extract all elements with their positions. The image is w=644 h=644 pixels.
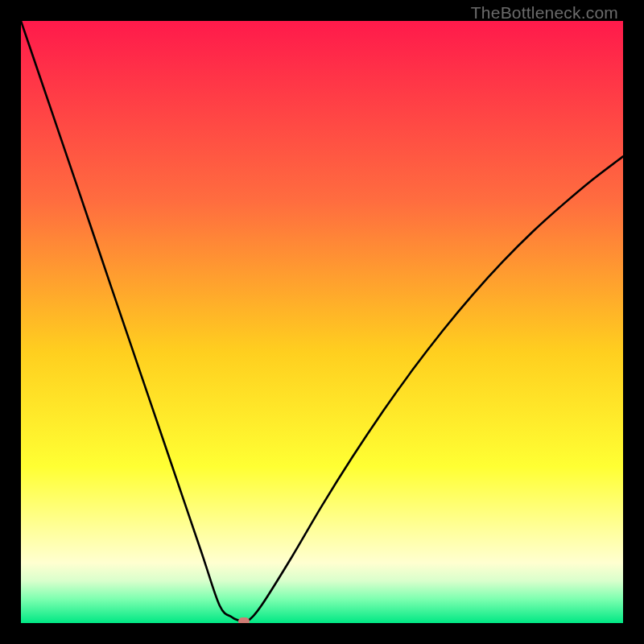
chart-frame: TheBottleneck.com <box>0 0 644 644</box>
optimal-marker <box>238 617 250 623</box>
plot-area <box>21 21 623 623</box>
bottleneck-curve <box>21 21 623 623</box>
watermark-text: TheBottleneck.com <box>471 3 618 23</box>
